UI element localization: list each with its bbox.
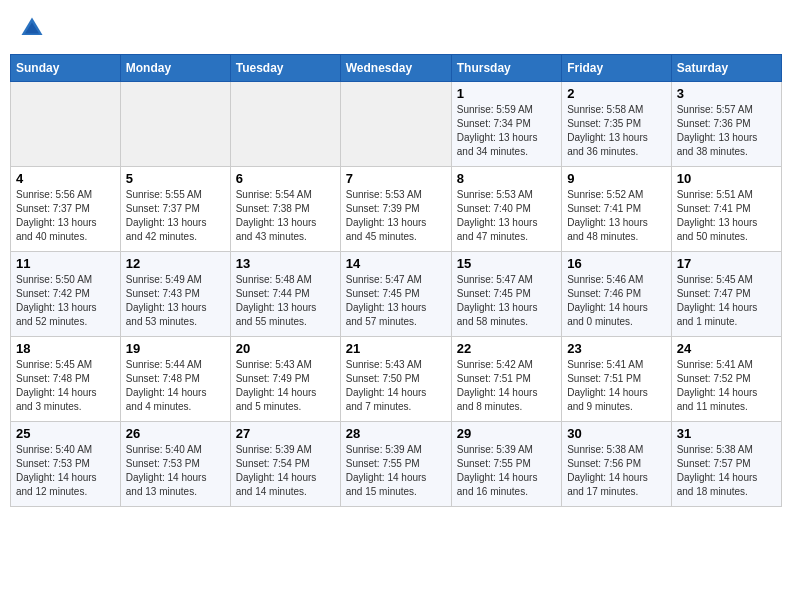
day-info: Sunrise: 5:43 AMSunset: 7:50 PMDaylight:… <box>346 358 446 414</box>
day-number: 21 <box>346 341 446 356</box>
day-info: Sunrise: 5:53 AMSunset: 7:40 PMDaylight:… <box>457 188 556 244</box>
calendar-cell: 24Sunrise: 5:41 AMSunset: 7:52 PMDayligh… <box>671 337 781 422</box>
day-number: 22 <box>457 341 556 356</box>
day-info: Sunrise: 5:54 AMSunset: 7:38 PMDaylight:… <box>236 188 335 244</box>
calendar-cell: 1Sunrise: 5:59 AMSunset: 7:34 PMDaylight… <box>451 82 561 167</box>
day-number: 19 <box>126 341 225 356</box>
calendar-cell: 20Sunrise: 5:43 AMSunset: 7:49 PMDayligh… <box>230 337 340 422</box>
calendar-cell: 22Sunrise: 5:42 AMSunset: 7:51 PMDayligh… <box>451 337 561 422</box>
day-info: Sunrise: 5:44 AMSunset: 7:48 PMDaylight:… <box>126 358 225 414</box>
calendar-body: 1Sunrise: 5:59 AMSunset: 7:34 PMDaylight… <box>11 82 782 507</box>
logo-icon <box>18 14 46 42</box>
day-info: Sunrise: 5:57 AMSunset: 7:36 PMDaylight:… <box>677 103 776 159</box>
calendar-cell: 6Sunrise: 5:54 AMSunset: 7:38 PMDaylight… <box>230 167 340 252</box>
day-number: 17 <box>677 256 776 271</box>
calendar-cell: 27Sunrise: 5:39 AMSunset: 7:54 PMDayligh… <box>230 422 340 507</box>
column-header-sunday: Sunday <box>11 55 121 82</box>
logo <box>18 14 50 42</box>
calendar-cell <box>120 82 230 167</box>
calendar-cell: 14Sunrise: 5:47 AMSunset: 7:45 PMDayligh… <box>340 252 451 337</box>
day-info: Sunrise: 5:39 AMSunset: 7:54 PMDaylight:… <box>236 443 335 499</box>
calendar-week-2: 4Sunrise: 5:56 AMSunset: 7:37 PMDaylight… <box>11 167 782 252</box>
calendar-cell: 10Sunrise: 5:51 AMSunset: 7:41 PMDayligh… <box>671 167 781 252</box>
day-number: 16 <box>567 256 666 271</box>
header-row: SundayMondayTuesdayWednesdayThursdayFrid… <box>11 55 782 82</box>
day-info: Sunrise: 5:58 AMSunset: 7:35 PMDaylight:… <box>567 103 666 159</box>
calendar-cell: 8Sunrise: 5:53 AMSunset: 7:40 PMDaylight… <box>451 167 561 252</box>
calendar-table: SundayMondayTuesdayWednesdayThursdayFrid… <box>10 54 782 507</box>
calendar-cell: 23Sunrise: 5:41 AMSunset: 7:51 PMDayligh… <box>562 337 672 422</box>
calendar-cell <box>340 82 451 167</box>
calendar-cell: 30Sunrise: 5:38 AMSunset: 7:56 PMDayligh… <box>562 422 672 507</box>
day-number: 26 <box>126 426 225 441</box>
calendar-week-3: 11Sunrise: 5:50 AMSunset: 7:42 PMDayligh… <box>11 252 782 337</box>
day-info: Sunrise: 5:40 AMSunset: 7:53 PMDaylight:… <box>16 443 115 499</box>
day-info: Sunrise: 5:45 AMSunset: 7:48 PMDaylight:… <box>16 358 115 414</box>
day-number: 12 <box>126 256 225 271</box>
calendar-cell: 29Sunrise: 5:39 AMSunset: 7:55 PMDayligh… <box>451 422 561 507</box>
calendar-cell: 28Sunrise: 5:39 AMSunset: 7:55 PMDayligh… <box>340 422 451 507</box>
calendar-cell: 21Sunrise: 5:43 AMSunset: 7:50 PMDayligh… <box>340 337 451 422</box>
day-info: Sunrise: 5:47 AMSunset: 7:45 PMDaylight:… <box>457 273 556 329</box>
day-info: Sunrise: 5:39 AMSunset: 7:55 PMDaylight:… <box>346 443 446 499</box>
column-header-thursday: Thursday <box>451 55 561 82</box>
day-number: 14 <box>346 256 446 271</box>
calendar-cell: 13Sunrise: 5:48 AMSunset: 7:44 PMDayligh… <box>230 252 340 337</box>
calendar-header: SundayMondayTuesdayWednesdayThursdayFrid… <box>11 55 782 82</box>
day-number: 28 <box>346 426 446 441</box>
calendar-cell: 19Sunrise: 5:44 AMSunset: 7:48 PMDayligh… <box>120 337 230 422</box>
day-info: Sunrise: 5:53 AMSunset: 7:39 PMDaylight:… <box>346 188 446 244</box>
day-info: Sunrise: 5:38 AMSunset: 7:57 PMDaylight:… <box>677 443 776 499</box>
day-number: 18 <box>16 341 115 356</box>
day-info: Sunrise: 5:51 AMSunset: 7:41 PMDaylight:… <box>677 188 776 244</box>
day-number: 29 <box>457 426 556 441</box>
calendar-cell: 3Sunrise: 5:57 AMSunset: 7:36 PMDaylight… <box>671 82 781 167</box>
calendar-cell <box>230 82 340 167</box>
calendar-cell: 25Sunrise: 5:40 AMSunset: 7:53 PMDayligh… <box>11 422 121 507</box>
day-number: 10 <box>677 171 776 186</box>
calendar-cell: 31Sunrise: 5:38 AMSunset: 7:57 PMDayligh… <box>671 422 781 507</box>
day-number: 2 <box>567 86 666 101</box>
calendar-week-4: 18Sunrise: 5:45 AMSunset: 7:48 PMDayligh… <box>11 337 782 422</box>
column-header-saturday: Saturday <box>671 55 781 82</box>
calendar-cell: 15Sunrise: 5:47 AMSunset: 7:45 PMDayligh… <box>451 252 561 337</box>
day-number: 13 <box>236 256 335 271</box>
day-info: Sunrise: 5:41 AMSunset: 7:51 PMDaylight:… <box>567 358 666 414</box>
day-number: 30 <box>567 426 666 441</box>
column-header-friday: Friday <box>562 55 672 82</box>
day-info: Sunrise: 5:47 AMSunset: 7:45 PMDaylight:… <box>346 273 446 329</box>
column-header-wednesday: Wednesday <box>340 55 451 82</box>
calendar-cell: 9Sunrise: 5:52 AMSunset: 7:41 PMDaylight… <box>562 167 672 252</box>
day-number: 27 <box>236 426 335 441</box>
day-info: Sunrise: 5:39 AMSunset: 7:55 PMDaylight:… <box>457 443 556 499</box>
calendar-cell: 11Sunrise: 5:50 AMSunset: 7:42 PMDayligh… <box>11 252 121 337</box>
calendar-cell: 12Sunrise: 5:49 AMSunset: 7:43 PMDayligh… <box>120 252 230 337</box>
day-number: 7 <box>346 171 446 186</box>
day-number: 15 <box>457 256 556 271</box>
day-number: 23 <box>567 341 666 356</box>
day-number: 8 <box>457 171 556 186</box>
day-number: 24 <box>677 341 776 356</box>
day-number: 11 <box>16 256 115 271</box>
calendar-cell <box>11 82 121 167</box>
day-number: 31 <box>677 426 776 441</box>
day-number: 1 <box>457 86 556 101</box>
day-number: 5 <box>126 171 225 186</box>
day-info: Sunrise: 5:38 AMSunset: 7:56 PMDaylight:… <box>567 443 666 499</box>
day-info: Sunrise: 5:46 AMSunset: 7:46 PMDaylight:… <box>567 273 666 329</box>
column-header-tuesday: Tuesday <box>230 55 340 82</box>
column-header-monday: Monday <box>120 55 230 82</box>
day-number: 3 <box>677 86 776 101</box>
calendar-cell: 17Sunrise: 5:45 AMSunset: 7:47 PMDayligh… <box>671 252 781 337</box>
calendar-cell: 16Sunrise: 5:46 AMSunset: 7:46 PMDayligh… <box>562 252 672 337</box>
calendar-cell: 18Sunrise: 5:45 AMSunset: 7:48 PMDayligh… <box>11 337 121 422</box>
day-info: Sunrise: 5:48 AMSunset: 7:44 PMDaylight:… <box>236 273 335 329</box>
calendar-week-1: 1Sunrise: 5:59 AMSunset: 7:34 PMDaylight… <box>11 82 782 167</box>
day-number: 4 <box>16 171 115 186</box>
day-number: 25 <box>16 426 115 441</box>
day-info: Sunrise: 5:52 AMSunset: 7:41 PMDaylight:… <box>567 188 666 244</box>
day-info: Sunrise: 5:42 AMSunset: 7:51 PMDaylight:… <box>457 358 556 414</box>
calendar-cell: 4Sunrise: 5:56 AMSunset: 7:37 PMDaylight… <box>11 167 121 252</box>
calendar-cell: 7Sunrise: 5:53 AMSunset: 7:39 PMDaylight… <box>340 167 451 252</box>
day-info: Sunrise: 5:40 AMSunset: 7:53 PMDaylight:… <box>126 443 225 499</box>
